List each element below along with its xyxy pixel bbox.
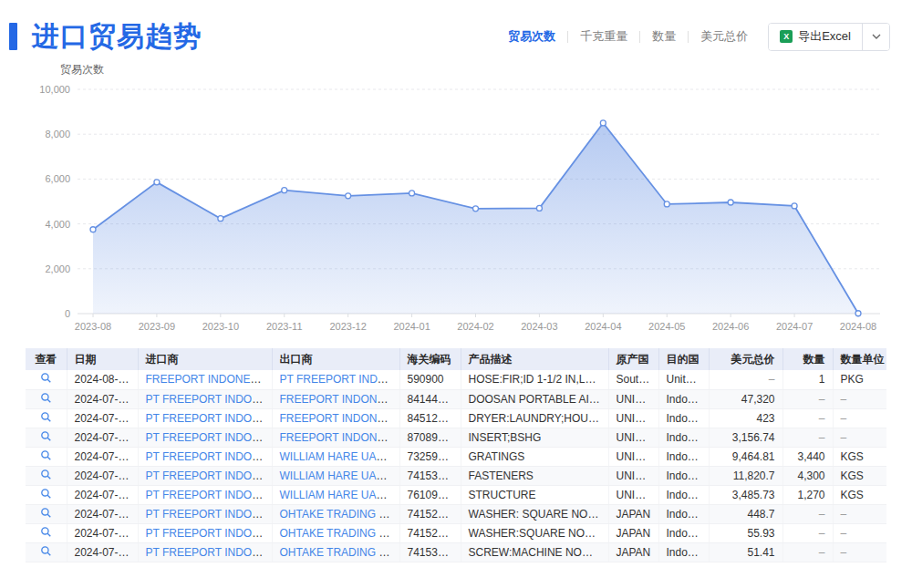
importer-link[interactable]: PT FREEPORT INDONE... [146,393,273,406]
data-point[interactable] [409,191,415,196]
export-excel-button[interactable]: X 导出Excel [769,24,862,50]
chevron-down-icon [872,34,881,39]
title-accent-bar [9,23,17,50]
data-point[interactable] [728,200,733,205]
trade-records-table: 查看日期进口商出口商海关编码产品描述原产国目的国美元总价数量数量单位 2024-… [26,348,886,562]
cell-origin: UNITED ... [608,466,658,485]
page-header: 进口贸易趋势 贸易次数 千克重量 数量 美元总价 X 导出Excel [0,0,912,58]
export-excel-label: 导出Excel [798,28,851,45]
y-axis-tick: 2,000 [45,263,70,274]
table-header-row: 查看日期进口商出口商海关编码产品描述原产国目的国美元总价数量数量单位 [26,348,886,370]
cell-origin: UNITED ... [608,389,658,408]
exporter-link[interactable]: OHTAKE TRADING CO ... [280,546,400,559]
cell-hs_code: 84512100 [399,408,461,428]
y-axis-tick: 8,000 [45,129,70,139]
data-point[interactable] [346,193,351,199]
magnifier-icon [40,469,52,480]
cell-quantity: – [782,408,833,428]
importer-link[interactable]: PT FREEPORT INDONE... [146,469,273,482]
tab-quantity[interactable]: 数量 [652,28,676,45]
exporter-link[interactable]: PT FREEPORT INDONE... [280,373,400,386]
column-header-unit: 数量单位 [833,348,886,370]
importer-link[interactable]: FREEPORT INDONESIA... [146,373,273,386]
magnifier-icon [40,430,52,442]
data-point[interactable] [792,203,797,209]
cell-date: 2024-07-31 [67,504,138,523]
exporter-link[interactable]: WILLIAM HARE UAE LLC [280,489,400,501]
cell-product: GRATINGS [461,447,608,466]
importer-link[interactable]: PT FREEPORT INDONE... [146,450,273,463]
view-row-button[interactable] [40,430,52,442]
x-axis-tick: 2024-02 [457,321,493,332]
data-point[interactable] [282,188,287,193]
data-point[interactable] [600,120,606,126]
metric-tabs: 贸易次数 千克重量 数量 美元总价 [508,28,748,45]
importer-link[interactable]: PT FREEPORT INDONE... [146,412,273,425]
data-point[interactable] [473,206,479,211]
x-axis-tick: 2023-11 [266,321,303,332]
importer-link[interactable]: PT FREEPORT INDONE... [146,546,273,559]
tab-divider [688,31,689,43]
cell-hs_code: 74153320 [399,466,461,485]
cell-unit: – [833,428,886,447]
data-point[interactable] [90,227,96,232]
cell-date: 2024-07-31 [67,408,138,428]
exporter-link[interactable]: FREEPORT INDONESIA... [280,393,400,406]
magnifier-icon [40,545,52,557]
importer-link[interactable]: PT FREEPORT INDONE... [146,508,273,521]
cell-product: SCREW:MACHINE NOMINAL SIZ... [461,542,608,562]
cell-hs_code: 84144000 [399,389,461,408]
exporter-link[interactable]: OHTAKE TRADING CO ... [280,508,400,521]
page-title: 进口贸易趋势 [32,18,202,56]
cell-hs_code: 76109099 [399,485,461,504]
trend-chart-section: 贸易次数 02,0004,0006,0008,00010,0002023-082… [27,62,885,340]
view-row-button[interactable] [40,526,52,538]
cell-quantity: – [782,428,833,447]
cell-product: HOSE:FIR;ID 1-1/2 IN,LG 100 FT,... [461,370,608,389]
table-row: 2024-07-31PT FREEPORT INDONE...WILLIAM H… [26,447,886,466]
view-row-button[interactable] [40,507,52,519]
exporter-link[interactable]: FREEPORT INDONESIA... [280,412,400,425]
view-row-button[interactable] [40,488,52,500]
table-row: 2024-07-31PT FREEPORT INDONE...WILLIAM H… [26,466,886,485]
view-row-button[interactable] [40,392,52,404]
cell-unit: PKG [833,370,886,389]
view-row-button[interactable] [40,545,52,557]
view-row-button[interactable] [40,449,52,461]
cell-product: DRYER:LAUNDRY;HOUSEHOLD,... [461,408,608,428]
importer-link[interactable]: PT FREEPORT INDONE... [146,431,273,444]
export-split-button: X 导出Excel [768,23,890,51]
cell-destination: United St... [658,370,709,389]
data-point[interactable] [536,205,542,211]
trade-records-section: 查看日期进口商出口商海关编码产品描述原产国目的国美元总价数量数量单位 2024-… [26,348,912,562]
tab-divider [567,31,568,43]
column-header-view: 查看 [26,348,67,370]
cell-origin: UNITED ... [608,428,658,447]
table-row: 2024-07-31PT FREEPORT INDONE...OHTAKE TR… [26,523,886,542]
view-row-button[interactable] [40,469,52,480]
cell-hs_code: 590900 [399,370,461,389]
cell-hs_code: 74153310 [399,542,461,562]
export-dropdown-button[interactable] [862,24,889,50]
data-point[interactable] [855,311,861,316]
cell-usd_total: 51.41 [709,542,782,562]
cell-destination: Indonesia [658,408,709,428]
data-point[interactable] [664,201,669,207]
magnifier-icon [40,526,52,538]
exporter-link[interactable]: FREEPORT INDONESIA... [280,431,400,444]
importer-link[interactable]: PT FREEPORT INDONE... [146,527,273,540]
importer-link[interactable]: PT FREEPORT INDONE... [146,489,273,501]
tab-kg-weight[interactable]: 千克重量 [580,28,627,45]
cell-product: INSERT;BSHG [461,428,608,447]
exporter-link[interactable]: OHTAKE TRADING CO ... [280,527,400,540]
column-header-origin: 原产国 [608,348,658,370]
view-row-button[interactable] [40,372,52,384]
data-point[interactable] [154,180,160,185]
tab-usd-total[interactable]: 美元总价 [700,28,748,45]
view-row-button[interactable] [40,411,52,423]
column-header-destination: 目的国 [658,348,709,370]
data-point[interactable] [218,216,223,222]
exporter-link[interactable]: WILLIAM HARE UAE LLC [280,469,400,482]
tab-trade-count[interactable]: 贸易次数 [508,28,555,45]
exporter-link[interactable]: WILLIAM HARE UAE LLC [280,450,400,463]
